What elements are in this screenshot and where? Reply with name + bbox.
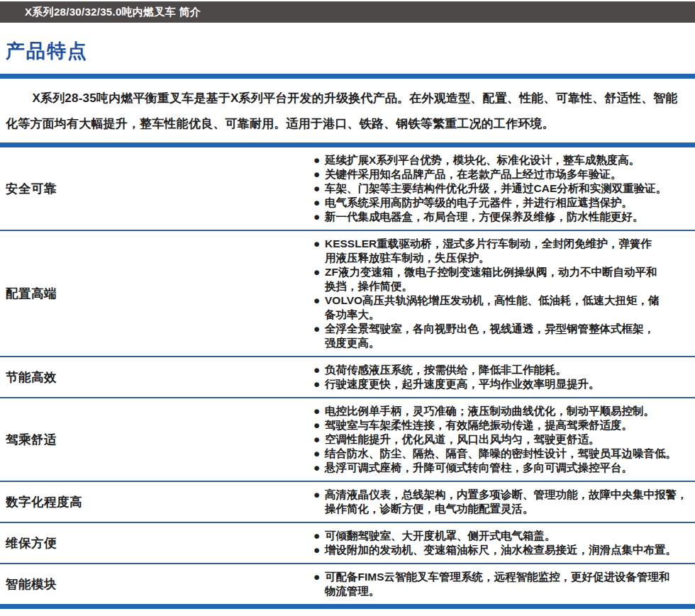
feature-bullet: ● 电控比例单手柄，灵巧准确；液压制动曲线优化，制动平顺易控制。	[313, 404, 695, 418]
feature-bullet: ● 高清液晶仪表，总线架构，内置多项诊断、管理功能，故障中央集中报警， 操作简化…	[313, 488, 695, 516]
bullet-icon: ●	[313, 432, 325, 447]
feature-bullet: ● 负荷传感液压系统，按需供给，降低非工作能耗。	[313, 363, 695, 377]
bullet-text: 关键件采用知名品牌产品，在老款产品上经过市场多年验证。	[325, 167, 622, 181]
bullet-text: 驾驶室与车架柔性连接，有效隔绝振动传递，提高驾乘舒适度。	[325, 418, 633, 432]
feature-row: 数字化程度高 ● 高清液晶仪表，总线架构，内置多项诊断、管理功能，故障中央集中报…	[0, 481, 695, 522]
feature-bullet: ● 行驶速度更快，起升速度更高，平均作业效率明显提升。	[313, 377, 695, 391]
bullet-icon: ●	[313, 377, 325, 391]
bullet-list: ● KESSLER重载驱动桥，湿式多片行车制动，全封闭免维护，弹簧作 用液压释放…	[313, 231, 695, 356]
feature-label: 数字化程度高	[0, 493, 313, 510]
feature-bullet: ● 可配备FIMS云智能叉车管理系统，远程智能监控，更好促进设备管理和 物流管理…	[313, 570, 695, 598]
feature-row: 智能模块 ● 可配备FIMS云智能叉车管理系统，远程智能监控，更好促进设备管理和…	[0, 563, 695, 604]
bullet-text: 空调性能提升，优化风道，风口出风均匀，驾驶更舒适。	[325, 432, 600, 447]
bullet-icon: ●	[313, 543, 325, 557]
feature-label: 驾乘舒适	[0, 431, 313, 448]
bullet-list: ● 可配备FIMS云智能叉车管理系统，远程智能监控，更好促进设备管理和 物流管理…	[313, 564, 695, 604]
bullet-text: 全浮全景驾驶室，各向视野出色，视线通透，异型钢管整体式框架， 强度更高。	[325, 322, 655, 350]
bullet-icon: ●	[313, 265, 325, 293]
features-table: 安全可靠 ● 延续扩展X系列平台优势，模块化、标准化设计，整车成熟度高。 ● 关…	[0, 147, 695, 604]
bullet-text: VOLVO高压共轨涡轮增压发动机，高性能、低油耗，低速大扭矩，储 备功率大。	[325, 293, 660, 322]
feature-bullet: ● 增设附加的发动机、变速箱油标尺，油水检查易接近，润滑点集中布置。	[313, 543, 695, 557]
feature-bullet: ● 电气系统采用高防护等级的电子元器件，并进行相应遮挡保护。	[313, 196, 695, 210]
bullet-text: 新一代集成电器盒，布局合理，方便保养及维修，防水性能更好。	[325, 210, 644, 224]
accent-rule-table-top	[0, 142, 695, 147]
bullet-list: ● 延续扩展X系列平台优势，模块化、标准化设计，整车成熟度高。 ● 关键件采用知…	[313, 147, 695, 230]
bullet-list: ● 高清液晶仪表，总线架构，内置多项诊断、管理功能，故障中央集中报警， 操作简化…	[313, 482, 695, 522]
bullet-icon: ●	[313, 461, 325, 475]
bullet-icon: ●	[313, 153, 325, 167]
feature-bullet: ● 结合防水、防尘、隔热、隔音、降噪的密封性设计，驾驶员耳边噪音低。	[313, 447, 695, 461]
bullet-icon: ●	[313, 293, 325, 322]
feature-bullet: ● 新一代集成电器盒，布局合理，方便保养及维修，防水性能更好。	[313, 210, 695, 224]
bullet-text: 可倾翻驾驶室、大开度机罩、侧开式电气箱盖。	[325, 529, 556, 543]
feature-bullet: ● 全浮全景驾驶室，各向视野出色，视线通透，异型钢管整体式框架， 强度更高。	[313, 322, 695, 350]
bullet-list: ● 电控比例单手柄，灵巧准确；液压制动曲线优化，制动平顺易控制。 ● 驾驶室与车…	[313, 398, 695, 481]
feature-row: 驾乘舒适 ● 电控比例单手柄，灵巧准确；液压制动曲线优化，制动平顺易控制。 ● …	[0, 397, 695, 481]
feature-row: 节能高效 ● 负荷传感液压系统，按需供给，降低非工作能耗。 ● 行驶速度更快，起…	[0, 356, 695, 397]
bullet-text: 行驶速度更快，起升速度更高，平均作业效率明显提升。	[325, 377, 600, 391]
feature-bullet: ● KESSLER重载驱动桥，湿式多片行车制动，全封闭免维护，弹簧作 用液压释放…	[313, 237, 695, 265]
bullet-text: 悬浮可调式座椅，升降可倾式转向管柱，多向可调式操控平台。	[325, 461, 633, 475]
bullet-text: 结合防水、防尘、隔热、隔音、降噪的密封性设计，驾驶员耳边噪音低。	[325, 447, 677, 461]
bullet-text: ZF液力变速箱，微电子控制变速箱比例操纵阀，动力不中断自动平和 换挡，操作简便。	[325, 265, 657, 293]
feature-label: 安全可靠	[0, 180, 313, 197]
header-title: X系列28/30/32/35.0吨内燃叉车 简介	[25, 6, 201, 19]
bullet-icon: ●	[313, 529, 325, 543]
feature-label: 节能高效	[0, 369, 313, 386]
bullet-icon: ●	[313, 488, 325, 516]
bullet-icon: ●	[313, 210, 325, 224]
bullet-text: 电气系统采用高防护等级的电子元器件，并进行相应遮挡保护。	[325, 196, 633, 210]
bullet-icon: ●	[313, 404, 325, 418]
feature-label: 维保方便	[0, 534, 313, 551]
feature-row: 维保方便 ● 可倾翻驾驶室、大开度机罩、侧开式电气箱盖。 ● 增设附加的发动机、…	[0, 522, 695, 563]
bullet-icon: ●	[313, 167, 325, 181]
intro-paragraph: X系列28-35吨内燃平衡重叉车是基于X系列平台开发的升级换代产品。在外观造型、…	[0, 79, 695, 142]
bullet-list: ● 负荷传感液压系统，按需供给，降低非工作能耗。 ● 行驶速度更快，起升速度更高…	[313, 357, 695, 397]
bullet-icon: ●	[313, 447, 325, 461]
feature-bullet: ● 空调性能提升，优化风道，风口出风均匀，驾驶更舒适。	[313, 432, 695, 447]
bullet-icon: ●	[313, 181, 325, 196]
bullet-icon: ●	[313, 363, 325, 377]
bullet-icon: ●	[313, 418, 325, 432]
feature-row: 配置高端 ● KESSLER重载驱动桥，湿式多片行车制动，全封闭免维护，弹簧作 …	[0, 230, 695, 356]
feature-bullet: ● 延续扩展X系列平台优势，模块化、标准化设计，整车成熟度高。	[313, 153, 695, 167]
feature-bullet: ● 可倾翻驾驶室、大开度机罩、侧开式电气箱盖。	[313, 529, 695, 543]
bullet-icon: ●	[313, 570, 325, 598]
bullet-text: KESSLER重载驱动桥，湿式多片行车制动，全封闭免维护，弹簧作 用液压释放驻车…	[325, 237, 652, 265]
bullet-list: ● 可倾翻驾驶室、大开度机罩、侧开式电气箱盖。 ● 增设附加的发动机、变速箱油标…	[313, 523, 695, 563]
feature-label: 配置高端	[0, 285, 313, 302]
bullet-text: 高清液晶仪表，总线架构，内置多项诊断、管理功能，故障中央集中报警， 操作简化，诊…	[325, 488, 688, 516]
feature-bullet: ● ZF液力变速箱，微电子控制变速箱比例操纵阀，动力不中断自动平和 换挡，操作简…	[313, 265, 695, 293]
feature-label: 智能模块	[0, 576, 313, 593]
feature-bullet: ● VOLVO高压共轨涡轮增压发动机，高性能、低油耗，低速大扭矩，储 备功率大。	[313, 293, 695, 322]
bullet-text: 负荷传感液压系统，按需供给，降低非工作能耗。	[325, 363, 567, 377]
bullet-text: 电控比例单手柄，灵巧准确；液压制动曲线优化，制动平顺易控制。	[325, 404, 655, 418]
feature-bullet: ● 车架、门架等主要结构件优化升级，并通过CAE分析和实测双重验证。	[313, 181, 695, 196]
accent-rule-bottom	[0, 604, 695, 609]
header-bar: X系列28/30/32/35.0吨内燃叉车 简介	[0, 1, 695, 23]
bullet-text: 延续扩展X系列平台优势，模块化、标准化设计，整车成熟度高。	[325, 153, 640, 167]
page-title: 产品特点	[6, 40, 695, 62]
feature-row: 安全可靠 ● 延续扩展X系列平台优势，模块化、标准化设计，整车成熟度高。 ● 关…	[0, 147, 695, 230]
bullet-icon: ●	[313, 196, 325, 210]
bullet-text: 车架、门架等主要结构件优化升级，并通过CAE分析和实测双重验证。	[325, 181, 667, 196]
accent-rule-top	[0, 74, 695, 79]
feature-bullet: ● 悬浮可调式座椅，升降可倾式转向管柱，多向可调式操控平台。	[313, 461, 695, 475]
bullet-icon: ●	[313, 322, 325, 350]
bullet-text: 增设附加的发动机、变速箱油标尺，油水检查易接近，润滑点集中布置。	[325, 543, 677, 557]
bullet-icon: ●	[313, 237, 325, 265]
feature-bullet: ● 驾驶室与车架柔性连接，有效隔绝振动传递，提高驾乘舒适度。	[313, 418, 695, 432]
feature-bullet: ● 关键件采用知名品牌产品，在老款产品上经过市场多年验证。	[313, 167, 695, 181]
bullet-text: 可配备FIMS云智能叉车管理系统，远程智能监控，更好促进设备管理和 物流管理。	[325, 570, 670, 598]
